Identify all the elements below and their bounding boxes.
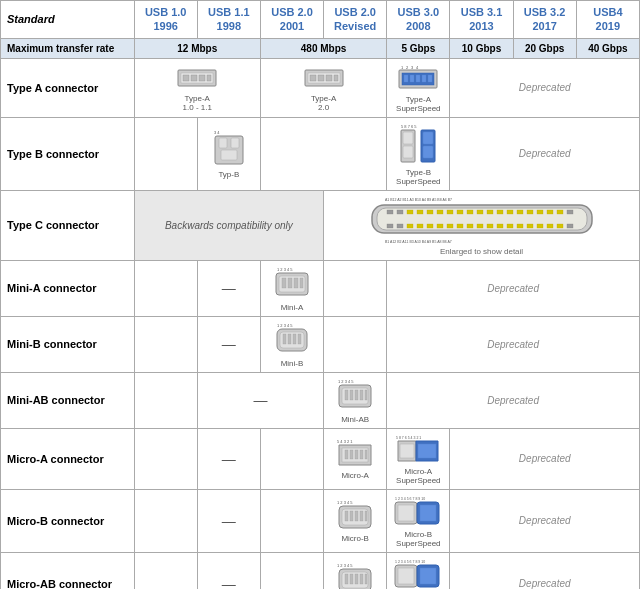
usb30-name: USB 3.0: [398, 6, 440, 18]
svg-rect-51: [517, 210, 523, 214]
svg-rect-69: [507, 224, 513, 228]
microA-usb30: 5 8 7 6 5 4 3 2 1 Micro-A SuperSpeed: [387, 428, 450, 489]
microB-ss-svg: 1 2 3 4 5 6 7 8 9 10: [393, 494, 443, 528]
usb10-year: 1996: [153, 20, 177, 32]
typeA-10-11-svg: [176, 64, 218, 92]
microA-label: Micro-A connector: [1, 428, 135, 489]
typeA-10-11-connector: Type-A1.0 - 1.1: [137, 64, 258, 112]
svg-rect-73: [547, 224, 553, 228]
svg-rect-68: [497, 224, 503, 228]
miniAB-deprecated: Deprecated: [387, 372, 640, 428]
typeA-usb30-cell: 1 2 3 4 Type-ASuperSpeed: [387, 58, 450, 117]
microAB-row: Micro-AB connector — 1 2 3 4 5: [1, 552, 640, 589]
usb10-header: USB 1.0 1996: [134, 1, 197, 39]
svg-rect-80: [282, 278, 286, 288]
svg-rect-42: [427, 210, 433, 214]
svg-rect-52: [527, 210, 533, 214]
miniB-svg: 1 2 3 4 5: [273, 321, 311, 357]
svg-rect-110: [400, 444, 414, 458]
miniB-usb20: 1 2 3 4 5 Mini-B: [260, 316, 323, 372]
typeB-ss-connector: 5 8 7 6 5 Type-BSuperSpeed: [389, 122, 447, 186]
svg-rect-50: [507, 210, 513, 214]
svg-rect-72: [537, 224, 543, 228]
svg-rect-53: [537, 210, 543, 214]
typeA-10-11-label: Type-A1.0 - 1.1: [183, 94, 212, 112]
microA-connector: 5 4 3 2 1 Micro-A: [326, 437, 384, 480]
svg-rect-98: [365, 390, 367, 400]
svg-rect-38: [387, 210, 393, 214]
svg-rect-25: [219, 138, 227, 148]
typeC-connector: A1 B12 A2 B11 A3 B10 A4 B9 A5 B8 A6 B7: [326, 195, 637, 256]
microA-img-label: Micro-A: [341, 471, 369, 480]
usb32-year: 2017: [532, 20, 556, 32]
svg-rect-3: [191, 75, 197, 81]
typeC-backwards-cell: Backwards compatibility only: [134, 190, 323, 260]
svg-text:B1 A12 B2 A11 B3 A10 B4 A9 B5 : B1 A12 B2 A11 B3 A10 B4 A9 B5 A8 B6 A7: [385, 240, 452, 244]
typeC-svg: A1 B12 A2 B11 A3 B10 A4 B9 A5 B8 A6 B7: [367, 195, 597, 245]
microAB-usb10: [134, 552, 197, 589]
typeB-label: Type B connector: [1, 117, 135, 190]
svg-rect-46: [467, 210, 473, 214]
svg-rect-82: [294, 278, 298, 288]
svg-text:A1 B12 A2 B11 A3 B10 A4 B9 A5 : A1 B12 A2 B11 A3 B10 A4 B9 A5 B8 A6 B7: [385, 198, 452, 202]
transfer-20gbps: 20 Gbps: [513, 38, 576, 58]
usb20-header: USB 2.0 2001: [260, 1, 323, 39]
miniA-usb10: [134, 260, 197, 316]
microB-label: Micro-B connector: [1, 489, 135, 552]
microA-deprecated: Deprecated: [450, 428, 640, 489]
svg-text:3: 3: [411, 65, 414, 70]
svg-rect-5: [207, 75, 211, 81]
typeA-deprecated: Deprecated: [450, 58, 640, 117]
typeA-20-label: Type-A2.0: [311, 94, 336, 112]
svg-rect-83: [300, 278, 303, 288]
svg-rect-65: [467, 224, 473, 228]
svg-rect-54: [547, 210, 553, 214]
svg-rect-20: [416, 75, 420, 82]
svg-rect-87: [283, 334, 286, 344]
svg-rect-103: [350, 450, 353, 459]
svg-rect-129: [350, 574, 353, 584]
svg-rect-8: [310, 75, 316, 81]
table-header: Standard USB 1.0 1996 USB 1.1 1998 USB 2…: [1, 1, 640, 39]
svg-rect-89: [293, 334, 296, 344]
svg-rect-63: [447, 224, 453, 228]
svg-rect-95: [350, 390, 353, 400]
svg-rect-21: [422, 75, 426, 82]
svg-rect-9: [318, 75, 324, 81]
svg-rect-44: [447, 210, 453, 214]
svg-rect-47: [477, 210, 483, 214]
microAB-ss-connector: 1 2 3 4 5 6 7 8 9 10 Micro-AB SuperSpeed: [389, 557, 447, 589]
svg-rect-2: [183, 75, 189, 81]
miniB-deprecated: Deprecated: [387, 316, 640, 372]
miniAB-connector: 1 2 3 4 5 Mini-AB: [326, 377, 384, 424]
svg-rect-32: [423, 132, 433, 144]
miniAB-usb11-20: —: [197, 372, 323, 428]
svg-rect-71: [527, 224, 533, 228]
miniB-label: Mini-B connector: [1, 316, 135, 372]
typeA-ss-label: Type-ASuperSpeed: [396, 95, 440, 113]
svg-rect-116: [350, 511, 353, 521]
svg-rect-22: [428, 75, 432, 82]
transfer-10gbps: 10 Gbps: [450, 38, 513, 58]
typeB-svg: 3 4: [211, 128, 247, 168]
svg-rect-18: [404, 75, 408, 82]
svg-rect-104: [355, 450, 358, 459]
svg-rect-59: [407, 224, 413, 228]
svg-text:5 8 7 6 5: 5 8 7 6 5: [401, 124, 417, 129]
microB-row: Micro-B connector — 1 2 3 4 5: [1, 489, 640, 552]
svg-text:4: 4: [416, 65, 419, 70]
transfer-480mbps: 480 Mbps: [260, 38, 386, 58]
svg-text:1 2 3 4 5 6 7 8 9 10: 1 2 3 4 5 6 7 8 9 10: [395, 497, 425, 501]
transfer-40gbps: 40 Gbps: [576, 38, 639, 58]
typeA-ss-svg: 1 2 3 4: [397, 63, 439, 93]
standard-header: Standard: [1, 1, 135, 39]
microAB-connector: 1 2 3 4 5 Micro-AB: [326, 561, 384, 589]
svg-rect-62: [437, 224, 443, 228]
usb20-year: 2001: [280, 20, 304, 32]
svg-rect-130: [355, 574, 358, 584]
usb11-name: USB 1.1: [208, 6, 250, 18]
miniA-usb11: —: [197, 260, 260, 316]
miniAB-usb10: [134, 372, 197, 428]
svg-rect-67: [487, 224, 493, 228]
miniB-row: Mini-B connector — 1 2 3 4 5 Mini-B: [1, 316, 640, 372]
